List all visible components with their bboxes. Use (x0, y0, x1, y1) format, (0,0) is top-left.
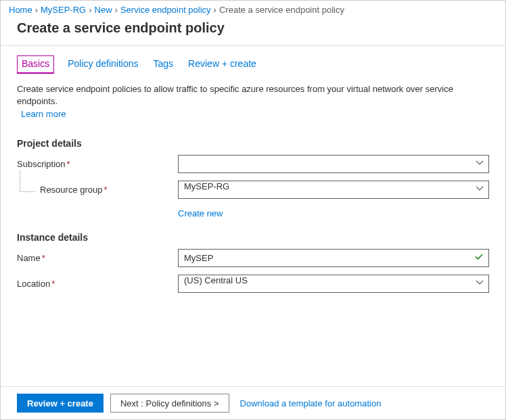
breadcrumb: Home › MySEP-RG › New › Service endpoint… (1, 1, 505, 18)
review-create-button[interactable]: Review + create (17, 394, 104, 413)
breadcrumb-current: Create a service endpoint policy (219, 5, 344, 15)
tab-tags[interactable]: Tags (152, 55, 175, 74)
breadcrumb-home[interactable]: Home (9, 5, 32, 15)
learn-more-link[interactable]: Learn more (21, 109, 66, 119)
footer: Review + create Next : Policy definition… (1, 386, 505, 419)
tabs: Basics Policy definitions Tags Review + … (17, 55, 489, 74)
next-button[interactable]: Next : Policy definitions > (110, 394, 229, 413)
description-text: Create service endpoint policies to allo… (17, 83, 489, 108)
breadcrumb-sep[interactable]: Service endpoint policy (120, 5, 211, 15)
resource-group-label: Resource group* (17, 185, 178, 195)
name-label: Name* (17, 253, 178, 263)
breadcrumb-rg[interactable]: MySEP-RG (41, 5, 86, 15)
chevron-right-icon: › (35, 5, 38, 15)
checkmark-icon (474, 252, 484, 264)
subscription-select[interactable] (178, 155, 489, 173)
name-input[interactable] (178, 249, 489, 267)
create-new-link[interactable]: Create new (178, 208, 223, 218)
page-title: Create a service endpoint policy (1, 18, 505, 45)
project-details-header: Project details (17, 138, 489, 149)
location-label: Location* (17, 279, 178, 289)
location-select[interactable]: (US) Central US (178, 275, 489, 293)
tab-basics[interactable]: Basics (17, 55, 54, 74)
tab-review-create[interactable]: Review + create (187, 55, 258, 74)
download-template-link[interactable]: Download a template for automation (240, 398, 382, 409)
resource-group-select[interactable]: MySEP-RG (178, 181, 489, 199)
chevron-right-icon: › (115, 5, 118, 15)
breadcrumb-new[interactable]: New (95, 5, 112, 15)
chevron-right-icon: › (89, 5, 91, 15)
tab-policy-definitions[interactable]: Policy definitions (66, 55, 139, 74)
subscription-label: Subscription* (17, 159, 178, 169)
instance-details-header: Instance details (17, 232, 489, 243)
chevron-right-icon: › (214, 5, 216, 15)
